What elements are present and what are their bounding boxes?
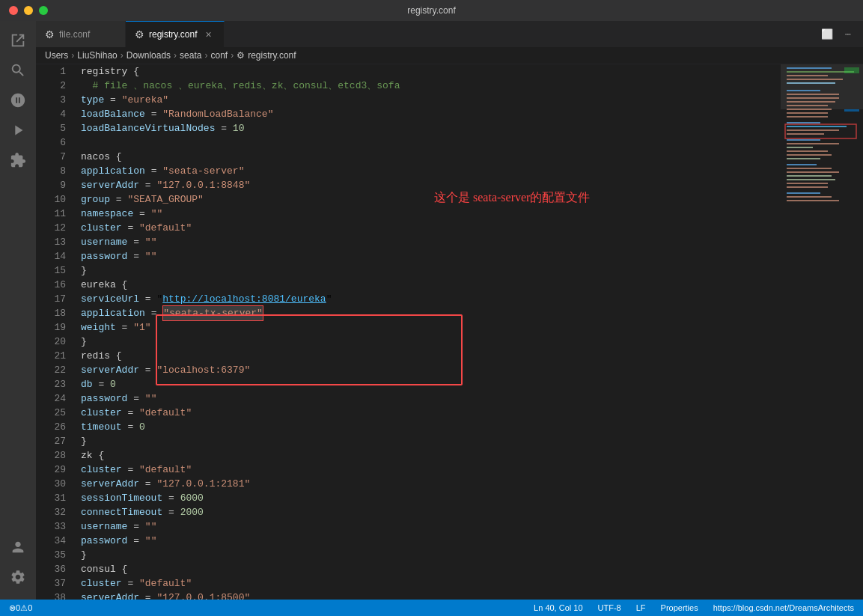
status-url[interactable]: https://blog.csdn.net/DreamsArchitects [710,600,857,616]
code-line: cluster = "default" [81,406,781,420]
code-line: connectTimeout = 2000 [81,505,781,519]
line-number: 17 [36,292,66,306]
cursor-position[interactable]: Ln 40, Col 10 [531,600,585,616]
line-number: 35 [36,548,66,562]
svg-rect-23 [787,158,820,159]
line-ending[interactable]: LF [633,600,649,616]
code-line: cluster = "default" [81,576,781,591]
svg-rect-22 [787,154,832,156]
run-icon[interactable] [4,117,31,144]
tab-file-conf-label: file.conf [59,29,90,40]
code-line: type = "eureka" [81,93,781,107]
maximize-button[interactable] [39,6,48,15]
line-number: 34 [36,534,66,548]
svg-rect-0 [787,67,832,69]
breadcrumb-conf[interactable]: conf [210,50,228,61]
svg-rect-20 [787,147,813,148]
editor-area: ⚙ file.conf ⚙ registry.conf × ⬜ ⋯ Users … [36,21,863,600]
line-number: 23 [36,377,66,391]
line-number: 2 [36,79,66,93]
line-number: 10 [36,192,66,207]
svg-rect-25 [787,168,832,169]
code-line: namespace = "" [81,207,781,221]
svg-rect-2 [787,75,828,76]
code-line: cluster = "default" [81,221,781,235]
svg-rect-30 [787,186,828,188]
code-line: nacos { [81,150,781,164]
line-number: 5 [36,121,66,135]
settings-icon[interactable] [4,564,31,591]
code-line: } [81,263,781,278]
svg-rect-5 [787,90,820,91]
svg-rect-19 [787,143,839,144]
close-button[interactable] [9,6,18,15]
breadcrumb-downloads[interactable]: Downloads [126,50,171,61]
code-line: timeout = 0 [81,420,781,434]
svg-rect-10 [787,109,832,110]
line-number: 3 [36,93,66,107]
line-number: 22 [36,363,66,377]
minimap [781,64,863,600]
svg-rect-31 [787,192,820,194]
code-line: # file 、nacos 、eureka、redis、zk、consul、et… [81,79,781,93]
breadcrumb-seata[interactable]: seata [180,50,201,61]
line-number: 32 [36,505,66,519]
line-numbers: 1234567891011121314151617181920212223242… [36,64,75,600]
tab-close-button[interactable]: × [201,28,215,41]
code-line: sessionTimeout = 6000 [81,491,781,505]
explorer-icon[interactable] [4,27,31,54]
line-number: 20 [36,335,66,349]
breadcrumb-users[interactable]: Users [45,50,68,61]
line-number: 33 [36,519,66,534]
svg-rect-15 [787,126,847,127]
status-left: ⊗ 0 ⚠ 0 [6,600,35,616]
line-number: 29 [36,463,66,477]
code-line: loadBalanceVirtualNodes = 10 [81,121,781,135]
status-right: Ln 40, Col 10 UTF-8 LF Properties https:… [531,600,857,616]
split-editor-button[interactable]: ⬜ [818,25,836,43]
titlebar: registry.conf [0,0,863,21]
window-title: registry.conf [407,5,455,16]
extensions-icon[interactable] [4,147,31,174]
account-icon[interactable] [4,534,31,561]
search-icon[interactable] [4,57,31,84]
code-line: group = "SEATA_GROUP" [81,192,781,207]
code-area[interactable]: registry { # file 、nacos 、eureka、redis、z… [75,64,781,600]
code-line: password = "" [81,391,781,406]
minimize-button[interactable] [24,6,33,15]
editor-content[interactable]: 1234567891011121314151617181920212223242… [36,64,863,600]
svg-rect-1 [787,71,854,73]
code-line: password = "" [81,534,781,548]
code-line: application = "seata-tx-server" [81,306,781,320]
svg-rect-8 [787,101,835,103]
line-number: 16 [36,278,66,292]
svg-rect-3 [787,79,843,80]
code-line: username = "" [81,235,781,249]
breadcrumb-registry-conf[interactable]: registry.conf [248,50,296,61]
code-line: weight = "1" [81,320,781,335]
more-actions-button[interactable]: ⋯ [839,25,857,43]
code-line: application = "seata-server" [81,164,781,178]
svg-rect-29 [787,183,828,184]
tab-file-conf[interactable]: ⚙ file.conf [36,21,126,47]
code-line: zk { [81,448,781,463]
code-line: username = "" [81,519,781,534]
svg-rect-35 [844,109,859,112]
error-count[interactable]: ⊗ 0 ⚠ 0 [6,600,35,616]
registry-conf-icon: ⚙ [135,28,144,40]
encoding[interactable]: UTF-8 [595,600,624,616]
line-number: 27 [36,434,66,448]
activity-bar [0,21,36,600]
line-number: 4 [36,107,66,121]
svg-rect-17 [787,133,824,135]
tab-registry-conf[interactable]: ⚙ registry.conf × [126,21,225,47]
line-number: 15 [36,263,66,278]
line-number: 8 [36,164,66,178]
language-mode[interactable]: Properties [658,600,701,616]
tabs-actions: ⬜ ⋯ [812,21,863,47]
code-line: loadBalance = "RandomLoadBalance" [81,107,781,121]
line-number: 11 [36,207,66,221]
source-control-icon[interactable] [4,87,31,114]
breadcrumb-liushihao[interactable]: LiuShihao [77,50,117,61]
code-line [81,135,781,150]
